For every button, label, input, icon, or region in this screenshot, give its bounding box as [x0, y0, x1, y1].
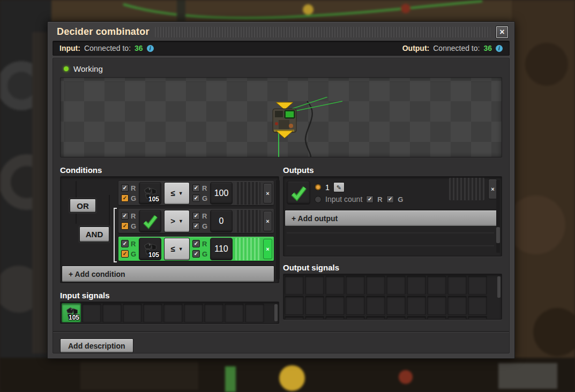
output-signals-scrollbar[interactable] — [497, 276, 501, 298]
empty-signal-slot — [447, 296, 467, 315]
empty-signal-slot — [427, 316, 446, 320]
second-signal-networks: R G — [192, 212, 207, 230]
outputs-scrollbar-thumb[interactable] — [496, 227, 500, 243]
output-value-radio[interactable] — [315, 184, 322, 191]
input-count-radio[interactable] — [315, 196, 322, 203]
red-wire-checkbox[interactable] — [192, 240, 200, 247]
empty-signal-slot — [346, 296, 365, 315]
input-signals-scrollbar[interactable] — [274, 304, 278, 321]
edit-pencil-icon[interactable]: ✎ — [333, 182, 345, 192]
info-icon[interactable]: i — [496, 45, 503, 52]
empty-signal-slot — [366, 275, 385, 295]
titlebar: Decider combinator × — [53, 22, 510, 41]
info-icon[interactable]: i — [147, 45, 154, 52]
empty-signal-slot — [366, 296, 385, 315]
empty-signal-slot — [447, 275, 467, 295]
add-condition-button[interactable]: + Add condition — [62, 266, 274, 282]
first-signal-button-coal[interactable]: 105 — [139, 238, 161, 260]
delete-condition-button[interactable]: × — [263, 183, 272, 203]
row-drag-stripes[interactable] — [235, 182, 260, 205]
empty-signal-slot — [407, 316, 426, 320]
empty-signal-slot — [386, 316, 406, 320]
comparator-dropdown[interactable]: > ▼ — [164, 210, 190, 232]
comparator-dropdown[interactable]: ≤ ▼ — [164, 182, 190, 205]
delete-condition-button[interactable]: × — [263, 211, 272, 231]
green-wire-checkbox[interactable] — [386, 195, 394, 203]
titlebar-drag-area[interactable] — [155, 27, 490, 37]
add-description-button[interactable]: Add description — [60, 338, 133, 353]
check-signal-icon — [289, 184, 308, 202]
status-working-dot — [64, 66, 69, 71]
input-connection: Input: Connected to: 36 i — [59, 44, 154, 52]
input-signal-coal[interactable]: 105 — [62, 303, 81, 322]
close-button[interactable]: × — [496, 26, 509, 39]
status-text: Working — [73, 64, 103, 73]
red-wire-checkbox[interactable] — [366, 195, 374, 203]
green-wire-checkbox[interactable] — [121, 250, 129, 258]
empty-signal-slot — [346, 316, 365, 320]
factorio-screen: Decider combinator × Input: Connected to… — [0, 0, 575, 392]
decider-combinator-window: Decider combinator × Input: Connected to… — [47, 21, 515, 359]
constant-value-button[interactable]: 110 — [210, 238, 233, 260]
output-label: Output: — [402, 44, 430, 52]
red-wire-checkbox[interactable] — [121, 184, 129, 192]
first-signal-button-coal[interactable]: 105 — [139, 182, 161, 205]
section-divider — [53, 331, 509, 332]
second-signal-networks: R G — [192, 184, 207, 202]
green-wire-checkbox[interactable] — [121, 222, 129, 230]
row-drag-stripes[interactable] — [235, 238, 260, 260]
red-wire-checkbox[interactable] — [121, 212, 129, 220]
green-wire-checkbox[interactable] — [192, 222, 200, 230]
connected-to-label: Connected to: — [84, 44, 131, 52]
and-operator-button[interactable]: AND — [79, 227, 109, 242]
add-output-button[interactable]: + Add output — [285, 210, 497, 227]
chevron-down-icon: ▼ — [178, 191, 183, 196]
output-signal-button-checkmark[interactable] — [287, 181, 310, 205]
conditions-heading: Conditions — [60, 163, 279, 176]
conditions-scrollbar[interactable] — [276, 180, 280, 280]
first-signal-button-checkmark[interactable] — [139, 210, 161, 232]
status-row: Working — [60, 63, 502, 74]
empty-signal-slot — [325, 275, 345, 295]
or-operator-button[interactable]: OR — [70, 199, 96, 213]
entity-preview — [60, 77, 502, 157]
output-signals-panel — [283, 274, 502, 320]
conditions-panel: OR AND R G — [60, 176, 279, 283]
empty-signal-slot — [305, 275, 324, 295]
divider — [287, 245, 494, 246]
and-group-bracket — [114, 208, 117, 262]
constant-value-button[interactable]: 100 — [210, 182, 233, 205]
empty-signal-slot — [285, 296, 304, 315]
condition-row: R G > — [118, 209, 274, 233]
red-wire-checkbox[interactable] — [192, 212, 200, 220]
constant-value-button[interactable]: 0 — [210, 210, 233, 232]
red-wire-checkbox[interactable] — [121, 240, 129, 247]
empty-signal-slot — [325, 316, 345, 320]
first-signal-networks: R G — [121, 184, 136, 202]
input-count-label: Input count — [325, 195, 362, 203]
constant-value: 110 — [214, 244, 228, 254]
red-wire-label: R — [131, 184, 136, 192]
condition-row-selected: R G 105 — [118, 237, 274, 261]
green-wire-checkbox[interactable] — [192, 250, 200, 258]
comparator-dropdown[interactable]: ≤ ▼ — [164, 238, 190, 260]
empty-signal-slot — [468, 316, 487, 320]
empty-signal-slot — [143, 303, 162, 322]
empty-signal-slot — [386, 296, 406, 315]
row-drag-stripes[interactable] — [235, 210, 260, 232]
empty-signal-slot — [305, 296, 324, 315]
constant-value: 0 — [219, 216, 224, 226]
window-title: Decider combinator — [57, 26, 150, 37]
empty-signal-slot — [163, 303, 183, 322]
check-signal-icon — [141, 213, 159, 230]
first-signal-networks: R G — [121, 212, 136, 230]
green-wire-checkbox[interactable] — [192, 194, 200, 202]
output-value-label: 1 — [325, 183, 330, 192]
chevron-down-icon: ▼ — [178, 246, 183, 252]
red-wire-checkbox[interactable] — [192, 184, 200, 192]
row-drag-stripes[interactable] — [449, 178, 484, 200]
green-wire-checkbox[interactable] — [121, 194, 129, 202]
delete-condition-button[interactable]: × — [263, 239, 272, 259]
output-options: 1 ✎ Input count R G — [315, 182, 403, 203]
empty-signal-slot — [245, 303, 264, 322]
